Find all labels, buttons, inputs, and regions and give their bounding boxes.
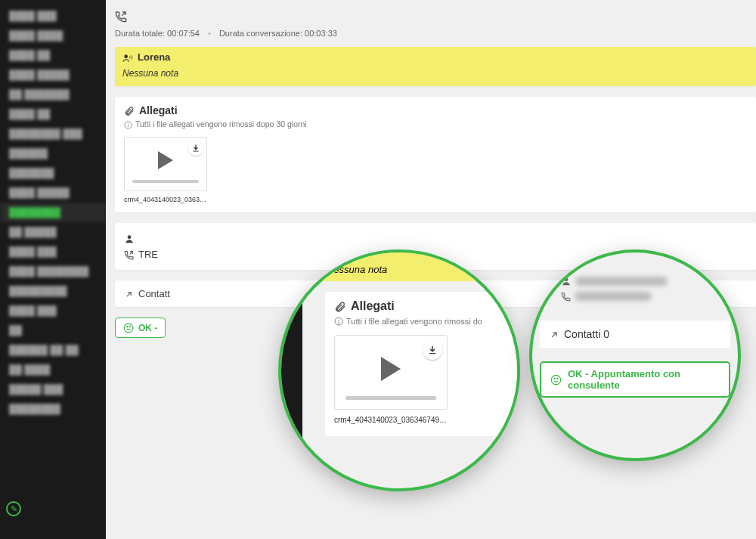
svg-point-7 [127, 327, 128, 327]
sidebar: ████ ███ ████ ████ ████ ██ ████ █████ ██… [0, 0, 106, 539]
play-icon[interactable] [381, 357, 401, 381]
download-button[interactable] [188, 141, 203, 156]
sidebar-item[interactable]: ████ ████████ [0, 262, 106, 281]
zoom-attachments-note: Tutti i file allegati vengono rimossi do [346, 317, 482, 326]
info-icon [124, 119, 132, 129]
download-button[interactable] [423, 340, 442, 360]
attachment-icon [124, 104, 135, 116]
sidebar-item[interactable]: ████ ██ [0, 104, 106, 124]
sidebar-item[interactable]: ██ ███████ [0, 85, 106, 104]
sidebar-item[interactable]: █████ ███ [0, 379, 106, 399]
conv-duration-value: 00:03:33 [305, 29, 337, 38]
zoom-attachment-item[interactable] [334, 335, 448, 410]
svg-point-6 [124, 324, 133, 333]
attachment-icon [334, 299, 346, 313]
zoom-contacts-label: Contatti 0 [564, 328, 609, 340]
sidebar-item[interactable]: ██████ [0, 144, 106, 163]
attachment-item[interactable] [124, 137, 207, 191]
call-out-icon [124, 249, 134, 260]
svg-point-3 [128, 125, 129, 126]
sidebar-item[interactable]: ████ █████ [0, 183, 106, 203]
attachment-filename: crm4_4043140023_036346749… [124, 196, 207, 203]
sidebar-item[interactable]: ████████ ███ [0, 124, 106, 144]
attachments-note: Tutti i file allegati vengono rimossi do… [135, 119, 307, 129]
voice-icon [122, 51, 133, 64]
total-duration-value: 00:07:54 [167, 29, 200, 38]
svg-point-11 [339, 323, 339, 324]
zoom-attachment-filename: crm4_4043140023_036346749… [334, 416, 448, 424]
attachments-card: Allegati Tutti i file allegati vengono r… [115, 97, 756, 212]
progress-bar[interactable] [132, 180, 199, 183]
play-icon[interactable] [158, 151, 173, 169]
svg-point-5 [128, 235, 132, 239]
svg-point-8 [129, 327, 130, 327]
svg-point-13 [565, 277, 569, 281]
zoom-attachments-title: Allegati [351, 299, 395, 313]
person-icon [124, 233, 135, 245]
sidebar-item[interactable]: ████ ███ [0, 301, 106, 321]
contacts-label: Contatt [138, 288, 170, 299]
zoom-blurred-info [561, 274, 667, 304]
call-type-icon [115, 6, 756, 26]
sidebar-item[interactable]: ██ █████ [0, 222, 106, 242]
sidebar-item[interactable]: ████ ███ [0, 6, 106, 26]
call-meta: Durata totale: 00:07:54 • Durata convers… [115, 26, 756, 47]
sidebar-item[interactable]: ████ ██ [0, 45, 106, 65]
sidebar-item[interactable]: ████████ [0, 399, 106, 419]
conv-duration-label: Durata conversazione: [219, 29, 302, 38]
sidebar-item-active[interactable]: ████████ [0, 203, 106, 222]
sidebar-item[interactable]: ██ [0, 321, 106, 340]
svg-point-15 [554, 378, 555, 379]
zoom-contacts-card[interactable]: Contatti 0 [540, 321, 730, 348]
note-name: Lorena [138, 51, 170, 63]
main-content: Durata totale: 00:07:54 • Durata convers… [106, 0, 756, 539]
zoom-lens-left: . . Fabbri Nessuna nota Allegati [278, 249, 520, 491]
sidebar-item[interactable]: ███████ [0, 163, 106, 183]
svg-rect-4 [194, 150, 199, 151]
zoom-attachments-card: Allegati Tutti i file allegati vengono r… [325, 292, 520, 436]
smile-icon [550, 373, 562, 386]
separator: • [208, 29, 211, 38]
arrow-up-right-icon [549, 328, 559, 340]
zoom-status-pill[interactable]: OK - Appuntamento con consulente [540, 361, 730, 398]
info-icon [334, 316, 343, 326]
svg-point-14 [551, 376, 561, 386]
status-indicator-icon[interactable]: ✎ [6, 501, 21, 516]
svg-point-0 [124, 54, 128, 58]
sidebar-item[interactable]: ████ ████ [0, 26, 106, 45]
svg-rect-12 [429, 353, 435, 354]
smile-icon [123, 322, 134, 333]
status-pill[interactable]: OK - [115, 318, 166, 338]
attachments-title: Allegati [139, 104, 178, 116]
sidebar-item[interactable]: █████████ [0, 281, 106, 301]
arrow-up-right-icon [124, 288, 134, 299]
zoom-lens-right: Contatti 0 OK - Appuntamento con consule… [529, 249, 741, 461]
sidebar-item[interactable]: ██████ ██ ██ [0, 340, 106, 360]
total-duration-label: Durata totale: [115, 29, 165, 38]
note-card: Lorena Nessuna nota [115, 47, 756, 86]
status-label: OK - [138, 323, 157, 333]
progress-bar[interactable] [345, 396, 436, 400]
sidebar-item[interactable]: ████ ███ [0, 242, 106, 262]
zoom-status-label: OK - Appuntamento con consulente [568, 368, 720, 391]
svg-point-16 [557, 378, 558, 379]
carrier-value: TRE [138, 249, 158, 260]
sidebar-item[interactable]: ██ ████ [0, 360, 106, 379]
sidebar-item[interactable]: ████ █████ [0, 65, 106, 85]
note-body: Nessuna nota [122, 64, 748, 79]
